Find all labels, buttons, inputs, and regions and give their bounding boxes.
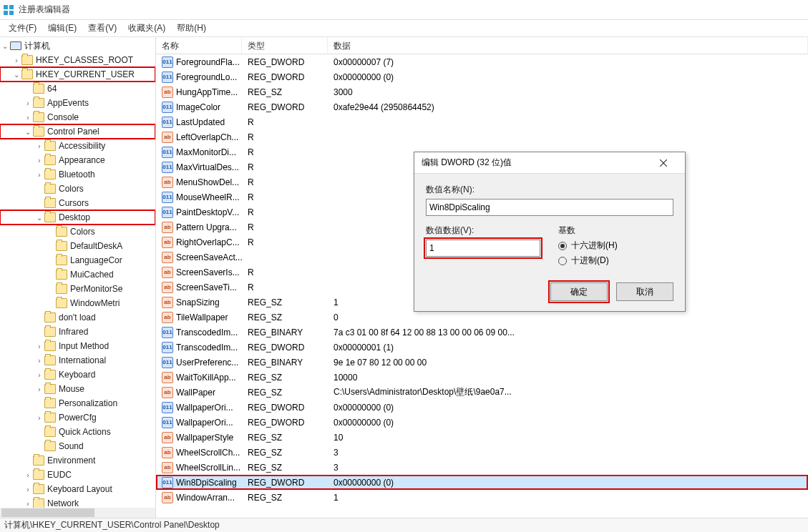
col-header-data[interactable]: 数据 [328, 37, 808, 54]
expander-icon[interactable]: › [23, 471, 33, 479]
registry-value-row[interactable]: 011WallpaperOri...REG_DWORD0x00000000 (0… [156, 400, 808, 415]
tree-item[interactable]: ›Accessibility [0, 139, 155, 153]
radio-hex[interactable]: 十六进制(H) [558, 240, 673, 252]
registry-value-row[interactable]: 011UserPreferenc...REG_BINARY9e 1e 07 80… [156, 355, 808, 370]
tree-hkcr[interactable]: ›HKEY_CLASSES_ROOT [0, 53, 155, 67]
registry-value-row[interactable]: 011ImageColorREG_DWORD0xafe29e44 (295086… [156, 99, 808, 114]
expander-icon[interactable]: ⌄ [34, 214, 44, 222]
expander-icon[interactable]: › [34, 357, 44, 365]
tree-control-panel[interactable]: ⌄Control Panel [0, 124, 155, 139]
registry-value-row[interactable]: 011WallpaperOri...REG_DWORD0x00000000 (0… [156, 415, 808, 430]
expander-icon[interactable]: › [23, 99, 33, 107]
registry-value-row[interactable]: abWindowArran...REG_SZ1 [156, 490, 808, 505]
menu-view[interactable]: 查看(V) [82, 21, 122, 36]
cancel-button[interactable]: 取消 [616, 282, 673, 301]
tree-item[interactable]: ›International [0, 353, 155, 368]
value-name: ImageColor [176, 102, 220, 112]
registry-value-row[interactable]: abWallpaperStyleREG_SZ10 [156, 430, 808, 445]
tree-desktop[interactable]: ⌄Desktop [0, 210, 155, 225]
registry-value-row[interactable]: abLeftOverlapCh...R [156, 129, 808, 144]
value-type: R [242, 117, 328, 127]
registry-value-row[interactable]: abWallPaperREG_SZC:\Users\Administrator\… [156, 385, 808, 400]
value-name-input[interactable] [426, 199, 673, 216]
registry-value-row[interactable]: 011LastUpdatedR [156, 114, 808, 129]
tree-item[interactable]: ›Keyboard Layout [0, 482, 155, 496]
tree-item[interactable]: Infrared [0, 325, 155, 339]
tree-item[interactable]: LanguageCor [0, 253, 155, 267]
expander-icon[interactable]: ⌄ [0, 42, 10, 50]
value-name: LeftOverlapCh... [176, 132, 238, 142]
tree-item[interactable]: ›EUDC [0, 468, 155, 482]
value-data: C:\Users\Administrator\Desktop\壁纸\9ae0a7… [328, 386, 808, 398]
registry-value-row[interactable]: 011ForegroundFla...REG_DWORD0x00000007 (… [156, 54, 808, 69]
registry-value-row[interactable]: 011TranscodedIm...REG_DWORD0x00000001 (1… [156, 340, 808, 355]
value-name: HungAppTime... [176, 87, 238, 97]
tree-item[interactable]: DefaultDeskA [0, 239, 155, 253]
menu-favorites[interactable]: 收藏夹(A) [122, 21, 171, 36]
tree-item[interactable]: Personalization [0, 396, 155, 410]
tree-pane[interactable]: ⌄计算机›HKEY_CLASSES_ROOT⌄HKEY_CURRENT_USER… [0, 37, 156, 518]
registry-value-row[interactable]: 011Win8DpiScalingREG_DWORD0x00000000 (0) [156, 475, 808, 490]
expander-icon[interactable]: › [34, 414, 44, 422]
tree-item[interactable]: Environment [0, 453, 155, 468]
tree-item[interactable]: Cursors [0, 196, 155, 210]
expander-icon[interactable]: › [34, 343, 44, 350]
menu-help[interactable]: 帮助(H) [171, 21, 212, 36]
tree-item[interactable]: don't load [0, 310, 155, 325]
tree-item[interactable]: WindowMetri [0, 296, 155, 310]
tree-item[interactable]: ›Appearance [0, 153, 155, 167]
registry-value-row[interactable]: abWaitToKillApp...REG_SZ10000 [156, 370, 808, 385]
tree-label: 计算机 [24, 40, 50, 52]
tree-hkcu[interactable]: ⌄HKEY_CURRENT_USER [0, 67, 155, 82]
tree-item[interactable]: 64 [0, 82, 155, 96]
registry-value-row[interactable]: abTileWallpaperREG_SZ0 [156, 310, 808, 325]
tree-root-computer[interactable]: ⌄计算机 [0, 39, 155, 53]
value-data-input[interactable] [426, 240, 540, 257]
registry-value-row[interactable]: 011TranscodedIm...REG_BINARY7a c3 01 00 … [156, 325, 808, 340]
registry-value-row[interactable]: abWheelScrollLin...REG_SZ3 [156, 460, 808, 475]
registry-value-row[interactable]: abHungAppTime...REG_SZ3000 [156, 84, 808, 99]
dialog-titlebar[interactable]: 编辑 DWORD (32 位)值 [414, 152, 685, 174]
expander-icon[interactable]: › [34, 157, 44, 164]
tree-item[interactable]: Colors [0, 225, 155, 239]
expander-icon[interactable]: ⌄ [11, 71, 21, 79]
tree-item[interactable]: ›Console [0, 110, 155, 124]
value-data: 7a c3 01 00 8f 64 12 00 88 13 00 00 06 0… [328, 327, 808, 338]
expander-icon[interactable]: ⌄ [23, 128, 33, 136]
expander-icon[interactable]: › [34, 171, 44, 179]
tree-item[interactable]: Colors [0, 182, 155, 196]
ok-button[interactable]: 确定 [550, 282, 608, 301]
edit-dword-dialog: 编辑 DWORD (32 位)值 数值名称(N): 数值数据(V): 基数 十六… [414, 152, 686, 312]
expander-icon[interactable]: › [23, 114, 33, 122]
tree-item[interactable]: MuiCached [0, 267, 155, 282]
expander-icon[interactable]: › [34, 142, 44, 150]
tree-item[interactable]: ›PowerCfg [0, 410, 155, 425]
scrollbar-thumb[interactable] [1, 508, 94, 517]
tree-item[interactable]: PerMonitorSe [0, 282, 155, 296]
tree-item[interactable]: ›Bluetooth [0, 167, 155, 182]
tree-item[interactable]: ›AppEvents [0, 96, 155, 110]
tree-item[interactable]: ›Keyboard [0, 368, 155, 382]
menu-edit[interactable]: 编辑(E) [42, 21, 82, 36]
tree-item[interactable]: ›Input Method [0, 339, 155, 353]
registry-value-row[interactable]: abWheelScrollCh...REG_SZ3 [156, 445, 808, 460]
col-header-name[interactable]: 名称 [156, 37, 242, 54]
expander-icon[interactable]: › [11, 56, 21, 64]
registry-value-row[interactable]: 011ForegroundLo...REG_DWORD0x00000000 (0… [156, 69, 808, 84]
dialog-close-button[interactable] [649, 153, 678, 173]
tree-hscrollbar[interactable] [0, 508, 155, 518]
value-name: PaintDesktopV... [176, 207, 239, 217]
col-header-type[interactable]: 类型 [242, 37, 328, 54]
expander-icon[interactable]: › [23, 500, 33, 508]
value-type: REG_DWORD [242, 57, 328, 67]
tree-item[interactable]: Quick Actions [0, 425, 155, 439]
menu-file[interactable]: 文件(F) [3, 21, 42, 36]
expander-icon[interactable]: › [34, 385, 44, 393]
expander-icon[interactable]: › [23, 486, 33, 493]
tree-item[interactable]: ›Mouse [0, 382, 155, 396]
value-type: R [242, 192, 328, 202]
expander-icon[interactable]: › [34, 371, 44, 379]
radio-dec[interactable]: 十进制(D) [558, 255, 673, 267]
value-name: ScreenSaverIs... [176, 267, 240, 277]
tree-item[interactable]: Sound [0, 439, 155, 453]
